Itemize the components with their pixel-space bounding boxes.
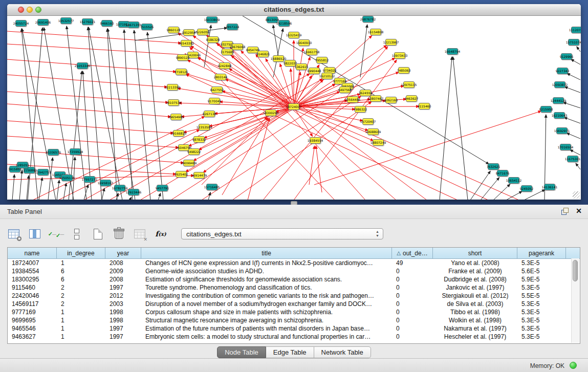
graph-node[interactable]: 14136141: [544, 184, 555, 190]
graph-node[interactable]: 16914479: [193, 172, 205, 179]
graph-node[interactable]: 8466160: [101, 20, 113, 27]
vertical-scrollbar[interactable]: [571, 258, 579, 343]
graph-node[interactable]: 12213399: [167, 84, 178, 91]
column-header-out_de[interactable]: △out_de…: [392, 248, 433, 258]
window-titlebar[interactable]: citations_edges.txt: [7, 4, 581, 16]
graph-node[interactable]: 10532577: [60, 17, 72, 24]
network-canvas[interactable]: 1830029519384554986012859129541654338222…: [7, 16, 581, 200]
graph-node[interactable]: 24099489: [183, 160, 194, 166]
graph-node[interactable]: 7857224: [227, 24, 238, 30]
graph-node[interactable]: 11120747: [571, 27, 581, 33]
graph-node[interactable]: 16640910: [298, 39, 310, 46]
graph-node[interactable]: 9146821: [257, 51, 269, 57]
graph-node[interactable]: 15692971: [556, 127, 568, 134]
graph-node[interactable]: 8215958: [540, 106, 552, 113]
graph-node[interactable]: 14671355: [128, 21, 139, 28]
graph-node[interactable]: 9242848: [219, 62, 230, 69]
graph-node[interactable]: 17016504: [560, 144, 571, 150]
graph-node[interactable]: 12923446: [128, 189, 139, 195]
graph-node[interactable]: 15886520: [273, 55, 284, 62]
graph-node[interactable]: 9227343: [557, 68, 568, 74]
graph-node[interactable]: 19166825: [173, 130, 184, 137]
graph-node[interactable]: 18300295: [265, 110, 276, 116]
delete-column-icon[interactable]: [112, 228, 125, 240]
graph-node[interactable]: 7485063: [398, 67, 409, 74]
table-row[interactable]: 1830029562008Estimation of significance …: [8, 275, 580, 283]
graph-node[interactable]: 9860128: [168, 27, 179, 33]
column-header-title[interactable]: title: [141, 248, 392, 258]
graph-node[interactable]: 12093872: [554, 81, 565, 88]
column-header-name[interactable]: name: [8, 248, 57, 258]
graph-node[interactable]: 21053346: [77, 62, 88, 69]
graph-node[interactable]: 8267130: [204, 111, 215, 117]
graph-node[interactable]: 16782759: [114, 185, 125, 191]
graph-node[interactable]: 5226058: [197, 29, 208, 35]
clear-selection-icon[interactable]: [70, 228, 83, 240]
tab-edge-table[interactable]: Edge Table: [266, 346, 314, 358]
function-builder-icon[interactable]: f(x): [154, 228, 167, 240]
graph-node[interactable]: 9115460: [419, 103, 430, 110]
new-column-icon[interactable]: [91, 228, 104, 240]
graph-node[interactable]: 2803144: [215, 74, 226, 80]
graph-node[interactable]: 9245052: [521, 185, 532, 192]
table-row[interactable]: 911546021997Tourette syndrome. Phenomeno…: [8, 283, 580, 292]
column-header-pagerank[interactable]: pagerank: [517, 248, 566, 258]
show-columns-icon[interactable]: [28, 228, 41, 240]
graph-node[interactable]: 16154808: [370, 29, 381, 35]
table-row[interactable]: 1872400712008Changes of HCN gene express…: [8, 259, 580, 267]
graph-node[interactable]: 8471676: [497, 170, 508, 177]
graph-node[interactable]: 26876782: [362, 16, 374, 23]
table-row[interactable]: 2242004622012Investigating the contribut…: [8, 292, 580, 300]
graph-node[interactable]: 15751074: [568, 39, 579, 46]
graph-node[interactable]: 7632621: [488, 163, 499, 170]
graph-node[interactable]: 24055724: [15, 20, 27, 27]
tab-network-table[interactable]: Network Table: [314, 346, 371, 358]
graph-node[interactable]: 10688609: [367, 128, 379, 135]
graph-node[interactable]: 16210122: [321, 73, 333, 79]
graph-node[interactable]: 9457791: [157, 185, 168, 191]
graph-node[interactable]: 16543382: [181, 40, 192, 47]
graph-node[interactable]: 18107534: [168, 99, 179, 106]
graph-node[interactable]: 8186328: [207, 36, 219, 43]
graph-node[interactable]: 10654112: [508, 177, 519, 184]
table-mode-icon[interactable]: [7, 228, 20, 240]
network-view-window[interactable]: citations_edges.txt 18300295193845549860…: [7, 4, 581, 200]
column-header-short[interactable]: short: [433, 248, 517, 258]
graph-node[interactable]: 12942757: [37, 169, 49, 176]
close-panel-icon[interactable]: ✕: [576, 207, 582, 215]
graph-node[interactable]: 12444129: [553, 97, 564, 104]
graph-node[interactable]: 9129966: [561, 53, 572, 60]
graph-node[interactable]: 2718126: [176, 69, 187, 75]
graph-node[interactable]: 16958167: [100, 180, 111, 186]
table-row[interactable]: 969969511998Structural magnetic resonanc…: [8, 316, 580, 324]
graph-node[interactable]: 1362615: [296, 63, 307, 70]
graph-node[interactable]: 17957272: [84, 176, 95, 183]
graph-node[interactable]: 10807467: [370, 95, 381, 102]
graph-node[interactable]: 1285051: [17, 162, 28, 168]
graph-node[interactable]: 19654985: [170, 114, 182, 120]
scrollbar-thumb[interactable]: [573, 260, 578, 281]
table-row[interactable]: 1938455462009Genome-wide association stu…: [8, 267, 580, 275]
graph-node[interactable]: 18807249: [373, 139, 384, 146]
graph-node[interactable]: 7625402: [176, 171, 187, 178]
graph-node[interactable]: 20564486: [347, 96, 358, 103]
graph-node[interactable]: 17359924: [70, 148, 81, 155]
graph-node[interactable]: 18724007: [288, 103, 299, 110]
graph-node[interactable]: 5878332: [193, 136, 205, 143]
graph-node[interactable]: 9890123: [177, 54, 188, 61]
graph-node[interactable]: 16325419: [288, 32, 299, 38]
graph-node[interactable]: 15276021: [82, 18, 93, 25]
graph-node[interactable]: 5912954: [183, 29, 194, 36]
select-rows-icon[interactable]: ✓—✓—: [49, 228, 62, 240]
canvas-resize-grip[interactable]: [573, 191, 580, 199]
graph-node[interactable]: 9170041: [209, 98, 220, 104]
graph-node[interactable]: 15716485: [206, 184, 217, 190]
table-row[interactable]: 946362711997Embryonic stem cells: a mode…: [8, 333, 580, 341]
graph-node[interactable]: 12213967: [385, 39, 397, 46]
graph-node[interactable]: 16210643: [554, 112, 565, 119]
graph-node[interactable]: 11675301: [567, 156, 578, 162]
graph-node[interactable]: 15720407: [362, 118, 374, 125]
graph-node[interactable]: 19384554: [310, 137, 321, 144]
graph-node[interactable]: 10973433: [394, 52, 405, 59]
graph-node[interactable]: 7955812: [316, 57, 328, 63]
